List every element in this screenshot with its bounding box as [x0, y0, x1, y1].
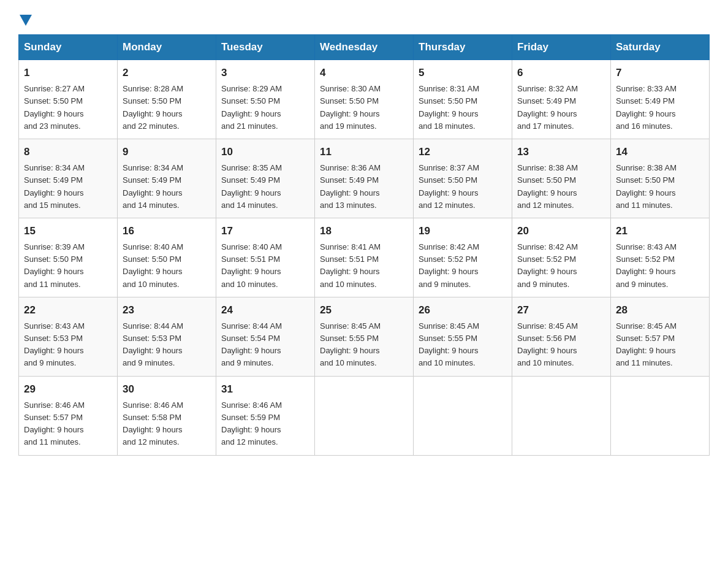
day-info: Sunrise: 8:37 AMSunset: 5:50 PMDaylight:…	[419, 162, 507, 212]
calendar-day-cell: 31Sunrise: 8:46 AMSunset: 5:59 PMDayligh…	[216, 376, 315, 455]
day-info: Sunrise: 8:27 AMSunset: 5:50 PMDaylight:…	[24, 83, 112, 132]
logo-triangle-icon	[20, 15, 32, 26]
calendar-day-cell	[315, 376, 414, 455]
calendar-day-cell: 2Sunrise: 8:28 AMSunset: 5:50 PMDaylight…	[118, 60, 216, 139]
day-info: Sunrise: 8:34 AMSunset: 5:49 PMDaylight:…	[24, 162, 112, 212]
calendar-day-cell: 19Sunrise: 8:42 AMSunset: 5:52 PMDayligh…	[414, 218, 512, 297]
day-number: 30	[123, 381, 211, 397]
day-number: 2	[123, 65, 211, 81]
day-info: Sunrise: 8:29 AMSunset: 5:50 PMDaylight:…	[221, 83, 309, 132]
day-number: 20	[517, 223, 605, 239]
day-info: Sunrise: 8:43 AMSunset: 5:52 PMDaylight:…	[616, 241, 704, 291]
calendar-day-cell: 6Sunrise: 8:32 AMSunset: 5:49 PMDaylight…	[512, 60, 611, 139]
day-number: 16	[123, 223, 211, 239]
day-number: 8	[24, 144, 112, 160]
logo-blue-text	[18, 12, 32, 23]
day-info: Sunrise: 8:46 AMSunset: 5:57 PMDaylight:…	[24, 399, 112, 449]
calendar-day-cell: 3Sunrise: 8:29 AMSunset: 5:50 PMDaylight…	[216, 60, 315, 139]
day-info: Sunrise: 8:38 AMSunset: 5:50 PMDaylight:…	[616, 162, 704, 212]
calendar-week-row: 22Sunrise: 8:43 AMSunset: 5:53 PMDayligh…	[19, 297, 710, 376]
day-number: 12	[419, 144, 507, 160]
day-number: 3	[221, 65, 309, 81]
day-info: Sunrise: 8:46 AMSunset: 5:58 PMDaylight:…	[123, 399, 211, 449]
weekday-header-monday: Monday	[118, 35, 216, 60]
day-number: 1	[24, 65, 112, 81]
logo	[18, 12, 32, 23]
day-info: Sunrise: 8:36 AMSunset: 5:49 PMDaylight:…	[320, 162, 408, 212]
day-number: 9	[123, 144, 211, 160]
weekday-header-tuesday: Tuesday	[216, 35, 315, 60]
day-number: 13	[517, 144, 605, 160]
day-info: Sunrise: 8:31 AMSunset: 5:50 PMDaylight:…	[419, 83, 507, 132]
day-number: 6	[517, 65, 605, 81]
day-number: 27	[517, 302, 605, 318]
day-info: Sunrise: 8:40 AMSunset: 5:50 PMDaylight:…	[123, 241, 211, 291]
calendar-table: SundayMondayTuesdayWednesdayThursdayFrid…	[18, 34, 710, 456]
day-info: Sunrise: 8:45 AMSunset: 5:57 PMDaylight:…	[616, 320, 704, 370]
day-info: Sunrise: 8:40 AMSunset: 5:51 PMDaylight:…	[221, 241, 309, 291]
day-info: Sunrise: 8:42 AMSunset: 5:52 PMDaylight:…	[517, 241, 605, 291]
day-number: 10	[221, 144, 309, 160]
calendar-day-cell: 15Sunrise: 8:39 AMSunset: 5:50 PMDayligh…	[19, 218, 118, 297]
day-info: Sunrise: 8:44 AMSunset: 5:54 PMDaylight:…	[221, 320, 309, 370]
calendar-week-row: 29Sunrise: 8:46 AMSunset: 5:57 PMDayligh…	[19, 376, 710, 455]
day-number: 14	[616, 144, 704, 160]
weekday-header-wednesday: Wednesday	[315, 35, 414, 60]
calendar-day-cell: 8Sunrise: 8:34 AMSunset: 5:49 PMDaylight…	[19, 139, 118, 218]
day-number: 18	[320, 223, 408, 239]
day-info: Sunrise: 8:42 AMSunset: 5:52 PMDaylight:…	[419, 241, 507, 291]
day-number: 23	[123, 302, 211, 318]
calendar-week-row: 8Sunrise: 8:34 AMSunset: 5:49 PMDaylight…	[19, 139, 710, 218]
calendar-day-cell: 4Sunrise: 8:30 AMSunset: 5:50 PMDaylight…	[315, 60, 414, 139]
calendar-day-cell: 9Sunrise: 8:34 AMSunset: 5:49 PMDaylight…	[118, 139, 216, 218]
calendar-day-cell: 5Sunrise: 8:31 AMSunset: 5:50 PMDaylight…	[414, 60, 512, 139]
calendar-day-cell: 1Sunrise: 8:27 AMSunset: 5:50 PMDaylight…	[19, 60, 118, 139]
calendar-day-cell: 14Sunrise: 8:38 AMSunset: 5:50 PMDayligh…	[611, 139, 710, 218]
calendar-day-cell: 28Sunrise: 8:45 AMSunset: 5:57 PMDayligh…	[611, 297, 710, 376]
day-number: 7	[616, 65, 704, 81]
calendar-week-row: 1Sunrise: 8:27 AMSunset: 5:50 PMDaylight…	[19, 60, 710, 139]
weekday-header-sunday: Sunday	[19, 35, 118, 60]
calendar-day-cell: 29Sunrise: 8:46 AMSunset: 5:57 PMDayligh…	[19, 376, 118, 455]
day-number: 17	[221, 223, 309, 239]
day-info: Sunrise: 8:41 AMSunset: 5:51 PMDaylight:…	[320, 241, 408, 291]
day-number: 29	[24, 381, 112, 397]
calendar-day-cell: 10Sunrise: 8:35 AMSunset: 5:49 PMDayligh…	[216, 139, 315, 218]
weekday-header-friday: Friday	[512, 35, 611, 60]
calendar-day-cell	[611, 376, 710, 455]
day-info: Sunrise: 8:43 AMSunset: 5:53 PMDaylight:…	[24, 320, 112, 370]
day-number: 11	[320, 144, 408, 160]
day-info: Sunrise: 8:34 AMSunset: 5:49 PMDaylight:…	[123, 162, 211, 212]
calendar-body: 1Sunrise: 8:27 AMSunset: 5:50 PMDaylight…	[19, 60, 710, 456]
calendar-day-cell	[512, 376, 611, 455]
calendar-day-cell: 27Sunrise: 8:45 AMSunset: 5:56 PMDayligh…	[512, 297, 611, 376]
calendar-day-cell: 25Sunrise: 8:45 AMSunset: 5:55 PMDayligh…	[315, 297, 414, 376]
day-number: 19	[419, 223, 507, 239]
calendar-day-cell: 24Sunrise: 8:44 AMSunset: 5:54 PMDayligh…	[216, 297, 315, 376]
day-number: 26	[419, 302, 507, 318]
day-info: Sunrise: 8:32 AMSunset: 5:49 PMDaylight:…	[517, 83, 605, 132]
day-info: Sunrise: 8:33 AMSunset: 5:49 PMDaylight:…	[616, 83, 704, 132]
day-info: Sunrise: 8:38 AMSunset: 5:50 PMDaylight:…	[517, 162, 605, 212]
day-info: Sunrise: 8:45 AMSunset: 5:56 PMDaylight:…	[517, 320, 605, 370]
day-number: 5	[419, 65, 507, 81]
calendar-week-row: 15Sunrise: 8:39 AMSunset: 5:50 PMDayligh…	[19, 218, 710, 297]
day-info: Sunrise: 8:28 AMSunset: 5:50 PMDaylight:…	[123, 83, 211, 132]
day-number: 31	[221, 381, 309, 397]
day-info: Sunrise: 8:46 AMSunset: 5:59 PMDaylight:…	[221, 399, 309, 449]
calendar-day-cell: 17Sunrise: 8:40 AMSunset: 5:51 PMDayligh…	[216, 218, 315, 297]
calendar-day-cell: 30Sunrise: 8:46 AMSunset: 5:58 PMDayligh…	[118, 376, 216, 455]
calendar-day-cell: 26Sunrise: 8:45 AMSunset: 5:55 PMDayligh…	[414, 297, 512, 376]
day-number: 22	[24, 302, 112, 318]
calendar-day-cell	[414, 376, 512, 455]
day-number: 25	[320, 302, 408, 318]
calendar-day-cell: 22Sunrise: 8:43 AMSunset: 5:53 PMDayligh…	[19, 297, 118, 376]
weekday-header-saturday: Saturday	[611, 35, 710, 60]
calendar-day-cell: 21Sunrise: 8:43 AMSunset: 5:52 PMDayligh…	[611, 218, 710, 297]
day-info: Sunrise: 8:45 AMSunset: 5:55 PMDaylight:…	[419, 320, 507, 370]
calendar-day-cell: 18Sunrise: 8:41 AMSunset: 5:51 PMDayligh…	[315, 218, 414, 297]
calendar-day-cell: 20Sunrise: 8:42 AMSunset: 5:52 PMDayligh…	[512, 218, 611, 297]
day-info: Sunrise: 8:30 AMSunset: 5:50 PMDaylight:…	[320, 83, 408, 132]
day-info: Sunrise: 8:44 AMSunset: 5:53 PMDaylight:…	[123, 320, 211, 370]
day-number: 24	[221, 302, 309, 318]
